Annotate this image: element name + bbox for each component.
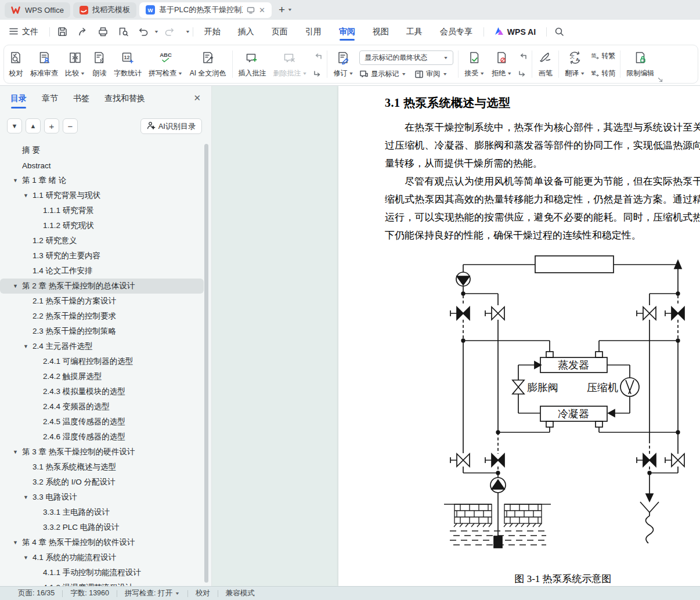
toc-item[interactable]: ▼ 第 3 章 热泵干燥控制的硬件设计 (0, 444, 204, 460)
zoom-in-toc-button[interactable]: + (44, 118, 59, 133)
toc-item[interactable]: ▼ 2.3 热泵干燥的控制策略 (0, 324, 204, 339)
word-count-button[interactable]: 12 字数统计 (110, 46, 145, 82)
proofread-status[interactable]: 校对 (188, 588, 218, 598)
expand-all-button[interactable]: ▼ (7, 118, 22, 133)
caret-down-icon[interactable]: ▼ (23, 193, 28, 198)
collapse-all-button[interactable]: ▲ (26, 118, 41, 133)
toc-item[interactable]: ▼ 第 1 章 绪 论 (0, 173, 204, 188)
print-preview-button[interactable] (113, 26, 133, 37)
delete-comment-button[interactable]: 删除批注▼ (270, 46, 311, 82)
wps-ai-button[interactable]: WPS AI (486, 27, 544, 37)
toc-item[interactable]: ▼ 2.4.2 触摸屏选型 (0, 369, 204, 384)
proofread-button[interactable]: 校对 (5, 46, 27, 82)
to-traditional-button[interactable]: 简 转繁 (591, 51, 615, 61)
ribbon-dialog-launcher-icon[interactable] (658, 77, 663, 84)
tab-bookmarks[interactable]: 书签 (73, 93, 89, 107)
toc-item[interactable]: ▼ 1.4 论文工作安排 (0, 263, 204, 279)
insert-comment-button[interactable]: 插入批注 (235, 46, 270, 82)
undo-chevron-icon[interactable]: ▼ (154, 30, 159, 34)
toc-item[interactable]: ▼ 2.4.4 变频器的选型 (0, 399, 204, 414)
review-pane-button[interactable]: 审阅 ▼ (414, 69, 448, 79)
spell-check-status[interactable]: 拼写检查: 打开 ▼ (117, 588, 187, 598)
compatibility-mode-badge[interactable]: 兼容模式 (218, 588, 262, 598)
toc-item[interactable]: ▼ 摘 要 (0, 143, 204, 158)
menu-home[interactable]: 开始 (196, 20, 229, 44)
share-export-button[interactable] (73, 26, 93, 37)
toc-item[interactable]: ▼ 第 2 章 热泵干燥控制的总体设计 (0, 279, 204, 294)
standard-review-button[interactable]: 标准审查 (27, 46, 62, 82)
caret-down-icon[interactable]: ▼ (23, 494, 28, 500)
toc-item[interactable]: ▼ 2.2 热泵干燥的控制要求 (0, 309, 204, 324)
tab-chapters[interactable]: 章节 (42, 93, 58, 107)
toc-item[interactable]: ▼ 2.4.3 模拟量模块的选型 (0, 384, 204, 399)
word-count-indicator[interactable]: 字数: 13960 (63, 588, 117, 598)
caret-down-icon[interactable]: ▼ (13, 449, 18, 455)
quick-access-chevron-icon[interactable]: ▼ (185, 30, 190, 34)
ai-recognize-toc-button[interactable]: AI识别目录 (140, 118, 202, 134)
menu-reference[interactable]: 引用 (297, 20, 330, 44)
reject-change-button[interactable]: 拒绝▼ (488, 46, 515, 82)
caret-down-icon[interactable]: ▼ (13, 540, 18, 545)
toc-item[interactable]: ▼ 2.4.1 可编程控制器的选型 (0, 354, 204, 369)
toc-item[interactable]: ▼ 3.2 系统的 I/O 分配设计 (0, 475, 204, 490)
next-comment-button[interactable] (312, 68, 323, 78)
restrict-editing-button[interactable]: 限制编辑 (623, 46, 658, 82)
toc-item[interactable]: ▼ 4.1 系统的功能流程设计 (0, 550, 204, 565)
toc-item[interactable]: ▼ 3.3.2 PLC 电路的设计 (0, 520, 204, 535)
print-button[interactable] (93, 26, 113, 37)
previous-comment-button[interactable] (312, 51, 323, 62)
toc-item[interactable]: ▼ 2.4.6 湿度传感器的选型 (0, 429, 204, 444)
ai-polish-button[interactable]: AI 全文润色 (186, 46, 230, 82)
toc-item[interactable]: ▼ Abstract (0, 158, 204, 173)
menu-tools[interactable]: 工具 (398, 20, 431, 44)
search-icon[interactable] (549, 26, 569, 37)
previous-change-button[interactable] (517, 51, 528, 62)
read-aloud-button[interactable]: 朗读 (89, 46, 110, 82)
caret-down-icon[interactable]: ▼ (13, 178, 18, 183)
toc-item[interactable]: ▼ 2.4 主元器件选型 (0, 339, 204, 354)
menu-insert[interactable]: 插入 (229, 20, 263, 44)
markup-state-dropdown[interactable]: 显示标记的最终状态 ▼ (359, 50, 453, 65)
track-changes-button[interactable]: 修订▼ (330, 46, 357, 82)
toc-item[interactable]: ▼ 1.2 研究意义 (0, 233, 204, 248)
accept-change-button[interactable]: 接受▼ (461, 46, 488, 82)
next-change-button[interactable] (517, 68, 528, 78)
menu-review[interactable]: 审阅 (330, 20, 364, 44)
toc-item[interactable]: ▼ 3.3.1 主电路的设计 (0, 505, 204, 520)
spell-check-button[interactable]: ABC 拼写检查▼ (145, 46, 186, 82)
toc-item[interactable]: ▼ 3.1 热泵系统概述与选型 (0, 460, 204, 475)
close-sidebar-icon[interactable]: ✕ (193, 93, 201, 103)
caret-down-icon[interactable]: ▼ (23, 344, 28, 349)
caret-down-icon[interactable]: ▼ (23, 555, 28, 561)
undo-button[interactable] (133, 26, 154, 37)
zoom-out-toc-button[interactable]: − (63, 118, 78, 133)
caret-down-icon[interactable]: ▼ (13, 283, 18, 289)
toc-item[interactable]: ▼ 4.1.1 手动控制功能流程设计 (0, 565, 204, 580)
toc-item[interactable]: ▼ 1.1.1 研究背景 (0, 203, 204, 218)
tab-list-chevron-icon[interactable]: ▼ (287, 8, 293, 12)
document-page[interactable]: 3.1 热泵系统概述与选型 在热泵干燥控制系统中，热泵作为核心部件，其选型与系统… (338, 86, 700, 586)
toc-item[interactable]: ▼ 3.3 电路设计 (0, 490, 204, 505)
toc-item[interactable]: ▼ 1.3 研究的主要内容 (0, 248, 204, 263)
new-tab-button[interactable]: + (279, 3, 285, 16)
toc-item[interactable]: ▼ 2.1 热泵干燥的方案设计 (0, 294, 204, 309)
menu-page[interactable]: 页面 (263, 20, 297, 44)
device-sync-icon[interactable] (247, 6, 255, 14)
toc-item[interactable]: ▼ 2.4.5 温度传感器的选型 (0, 414, 204, 429)
page-indicator[interactable]: 页面: 16/35 (10, 588, 62, 598)
menu-file[interactable]: 文件 (7, 20, 47, 44)
close-tab-icon[interactable]: ✕ (259, 6, 265, 15)
tab-find-replace[interactable]: 查找和替换 (104, 93, 145, 107)
redo-button[interactable] (159, 26, 179, 37)
menu-view[interactable]: 视图 (364, 20, 398, 44)
menu-member[interactable]: 会员专享 (431, 20, 481, 44)
toc-item[interactable]: ▼ 1.1.2 研究现状 (0, 218, 204, 233)
tab-wps-home[interactable]: WPS Office (5, 2, 70, 18)
to-simplified-button[interactable]: 繁 转简 (591, 68, 615, 78)
toc-item[interactable]: ▼ 4.1.2 温湿度调节流程设计 (0, 580, 204, 586)
tab-docer-templates[interactable]: 找稻壳模板 (73, 2, 136, 18)
translate-button[interactable]: 文A 翻译▼ (561, 46, 589, 82)
tab-document[interactable]: W 基于PLC的热泵干燥控制系统 ✕ (139, 2, 272, 18)
save-button[interactable] (52, 26, 73, 37)
sidebar-scrollbar[interactable] (204, 144, 208, 583)
